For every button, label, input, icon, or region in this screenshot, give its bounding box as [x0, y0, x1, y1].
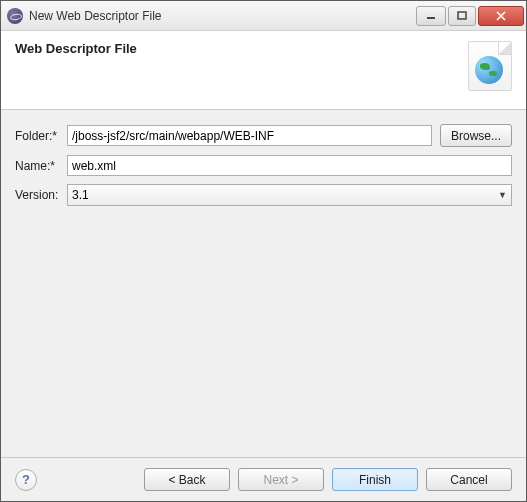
wizard-buttons: < Back Next > Finish Cancel: [144, 468, 512, 491]
close-button[interactable]: [478, 6, 524, 26]
web-descriptor-icon: [468, 41, 512, 91]
cancel-button[interactable]: Cancel: [426, 468, 512, 491]
svg-rect-1: [458, 12, 466, 19]
help-icon[interactable]: ?: [15, 469, 37, 491]
titlebar[interactable]: New Web Descriptor File: [1, 1, 526, 31]
page-title: Web Descriptor File: [15, 41, 137, 56]
folder-label: Folder:*: [15, 129, 67, 143]
minimize-button[interactable]: [416, 6, 446, 26]
name-label: Name:*: [15, 159, 67, 173]
wizard-banner: Web Descriptor File: [1, 31, 526, 110]
version-label: Version:: [15, 188, 67, 202]
version-value: 3.1: [72, 188, 89, 202]
browse-button[interactable]: Browse...: [440, 124, 512, 147]
wizard-footer: ? < Back Next > Finish Cancel: [1, 457, 526, 501]
folder-input[interactable]: [67, 125, 432, 146]
next-button: Next >: [238, 468, 324, 491]
name-input[interactable]: [67, 155, 512, 176]
chevron-down-icon: ▼: [498, 190, 507, 200]
window-controls: [414, 6, 524, 26]
version-select[interactable]: 3.1 ▼: [67, 184, 512, 206]
wizard-window: New Web Descriptor File Web Descriptor F…: [0, 0, 527, 502]
eclipse-icon: [7, 8, 23, 24]
globe-icon: [475, 56, 503, 84]
content-spacer: [1, 220, 526, 457]
window-title: New Web Descriptor File: [29, 9, 414, 23]
version-row: Version: 3.1 ▼: [15, 184, 512, 206]
name-row: Name:*: [15, 155, 512, 176]
form-area: Folder:* Browse... Name:* Version: 3.1 ▼: [1, 110, 526, 220]
maximize-button[interactable]: [448, 6, 476, 26]
finish-button[interactable]: Finish: [332, 468, 418, 491]
folder-row: Folder:* Browse...: [15, 124, 512, 147]
back-button[interactable]: < Back: [144, 468, 230, 491]
